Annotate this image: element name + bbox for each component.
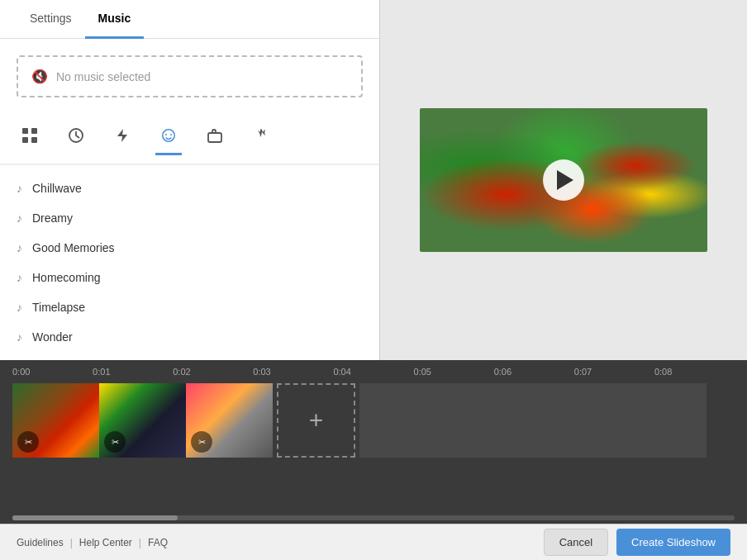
time-mark-4: 0:04 [333, 367, 413, 377]
add-icon: + [309, 406, 324, 434]
tab-bar: Settings Music [0, 0, 379, 39]
scrollbar-thumb[interactable] [12, 515, 178, 520]
play-button[interactable] [543, 159, 584, 201]
footer-actions: Cancel Create Slideshow [544, 529, 730, 556]
cat-energy-icon[interactable] [109, 122, 136, 155]
category-icons-bar [0, 114, 379, 165]
scissors-icon-2: ✂ [112, 437, 119, 448]
time-mark-8: 0:08 [654, 367, 735, 377]
time-mark-1: 0:01 [93, 367, 173, 377]
scrollbar-track [12, 515, 735, 520]
empty-cell-2 [446, 383, 533, 458]
music-selected-area: 🔇 No music selected [0, 39, 379, 114]
footer-links: Guidelines | Help Center | FAQ [17, 537, 168, 548]
mute-icon: 🔇 [31, 69, 48, 84]
footer-link-guidelines[interactable]: Guidelines [17, 537, 64, 548]
thumb-edit-1[interactable]: ✂ [17, 431, 39, 453]
timeline-thumb-1[interactable]: ✂ [12, 383, 99, 458]
footer-link-help-center[interactable]: Help Center [79, 537, 132, 548]
cat-all-icon[interactable] [17, 122, 43, 155]
top-area: Settings Music 🔇 No music selected [0, 0, 747, 360]
footer-link-faq[interactable]: FAQ [148, 537, 168, 548]
music-item-good-memories[interactable]: ♪ Good Memories [0, 233, 379, 263]
footer-sep-1: | [70, 537, 73, 548]
music-item-dreamy[interactable]: ♪ Dreamy [0, 203, 379, 233]
time-mark-3: 0:03 [253, 367, 333, 377]
tab-settings[interactable]: Settings [17, 0, 85, 39]
thumb-edit-2[interactable]: ✂ [104, 431, 126, 453]
svg-marker-5 [117, 129, 127, 142]
footer-sep-2: | [139, 537, 141, 548]
music-note-icon: ♪ [17, 271, 22, 284]
time-mark-7: 0:07 [574, 367, 654, 377]
empty-cell-1 [359, 383, 446, 458]
create-slideshow-button[interactable]: Create Slideshow [616, 529, 730, 556]
app-container: Settings Music 🔇 No music selected [0, 0, 747, 560]
timeline-thumb-2[interactable]: ✂ [99, 383, 186, 458]
music-note-icon: ♪ [17, 211, 22, 225]
music-list: ♪ Chillwave ♪ Dreamy ♪ Good Memories ♪ H… [0, 165, 379, 360]
cancel-button[interactable]: Cancel [544, 529, 608, 556]
scissors-icon-1: ✂ [25, 437, 32, 448]
tab-music[interactable]: Music [85, 0, 145, 39]
scissors-icon-3: ✂ [198, 437, 206, 448]
timeline-ruler: 0:00 0:01 0:02 0:03 0:04 0:05 0:06 0:07 … [0, 360, 747, 383]
timeline-thumb-3[interactable]: ✂ [186, 383, 273, 458]
footer: Guidelines | Help Center | FAQ Cancel Cr… [0, 524, 747, 560]
video-preview [420, 108, 707, 252]
empty-cell-3 [533, 383, 620, 458]
bottom-timeline-area: 0:00 0:01 0:02 0:03 0:04 0:05 0:06 0:07 … [0, 360, 747, 524]
music-item-timelapse[interactable]: ♪ Timelapse [0, 292, 379, 322]
music-note-icon: ♪ [17, 241, 22, 254]
time-mark-2: 0:02 [173, 367, 253, 377]
add-photo-cell[interactable]: + [277, 383, 355, 458]
music-item-homecoming[interactable]: ♪ Homecoming [0, 263, 379, 292]
time-mark-5: 0:05 [414, 367, 494, 377]
music-note-icon: ♪ [17, 182, 22, 195]
music-selection-box[interactable]: 🔇 No music selected [17, 55, 363, 97]
left-panel: Settings Music 🔇 No music selected [0, 0, 380, 360]
empty-cell-4 [620, 383, 707, 458]
music-note-icon: ♪ [17, 301, 22, 314]
play-icon [557, 170, 573, 190]
timeline-track: ✂ ✂ ✂ + [0, 383, 747, 512]
time-mark-0: 0:00 [12, 367, 93, 377]
music-item-wonder[interactable]: ♪ Wonder [0, 322, 379, 352]
cat-trending-icon[interactable] [248, 122, 274, 155]
timeline-scrollbar[interactable] [0, 512, 747, 524]
thumb-edit-3[interactable]: ✂ [191, 431, 212, 453]
svg-rect-1 [31, 128, 37, 134]
cat-recent-icon[interactable] [63, 122, 89, 155]
music-note-icon: ♪ [17, 330, 22, 344]
music-placeholder-text: No music selected [56, 70, 150, 83]
svg-rect-2 [22, 137, 28, 143]
right-panel [380, 0, 747, 360]
cat-briefcase-icon[interactable] [202, 122, 228, 155]
cat-mood-icon[interactable] [155, 122, 182, 155]
music-item-chillwave[interactable]: ♪ Chillwave [0, 173, 379, 203]
svg-rect-3 [31, 137, 37, 143]
svg-rect-0 [22, 128, 28, 134]
time-mark-6: 0:06 [494, 367, 574, 377]
svg-rect-6 [208, 133, 221, 142]
